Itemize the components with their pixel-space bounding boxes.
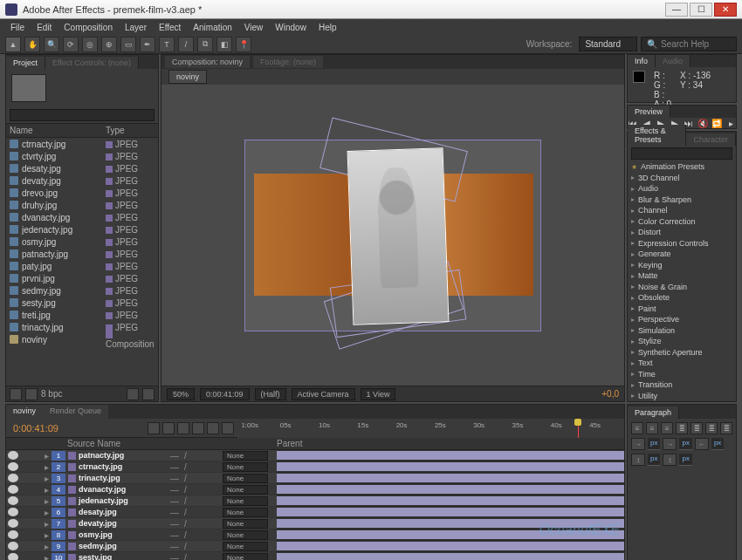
parent-dropdown[interactable]: None	[223, 530, 268, 540]
exposure-value[interactable]: +0,0	[601, 389, 619, 399]
tl-icon[interactable]	[177, 422, 189, 434]
effect-category[interactable]: Distort	[628, 227, 736, 238]
effect-category[interactable]: Matte	[628, 270, 736, 282]
folder-button[interactable]	[25, 388, 38, 400]
camera-tool[interactable]: ◎	[82, 37, 98, 52]
effect-category[interactable]: Stylize	[628, 336, 736, 347]
col-type[interactable]: Type	[106, 126, 155, 135]
bpc-label[interactable]: 8 bpc	[41, 389, 62, 399]
comp-breadcrumb[interactable]: noviny	[168, 70, 207, 84]
parent-dropdown[interactable]: None	[223, 451, 268, 461]
close-button[interactable]: ✕	[714, 3, 737, 17]
menu-composition[interactable]: Composition	[58, 21, 118, 34]
project-item[interactable]: patnacty.jpgJPEG	[6, 248, 158, 260]
space-after-field[interactable]: px	[679, 454, 691, 466]
pan-behind-tool[interactable]: ⊕	[101, 37, 117, 52]
project-item[interactable]: sedmy.jpgJPEG	[6, 284, 158, 297]
parent-dropdown[interactable]: None	[223, 519, 268, 529]
workspace-dropdown[interactable]: Standard	[579, 37, 637, 51]
layer-bar-area[interactable]	[277, 495, 624, 507]
justify-left-button[interactable]: ≣	[676, 422, 688, 434]
layer-bar-area[interactable]	[277, 552, 624, 560]
project-search-input[interactable]	[10, 109, 155, 121]
effect-category[interactable]: Generate	[628, 249, 736, 260]
effect-category[interactable]: Audio	[628, 183, 736, 195]
preview-tab[interactable]: Preview	[628, 106, 670, 118]
footage-tab[interactable]: Footage: (none)	[253, 56, 323, 68]
effect-category[interactable]: 3D Channel	[628, 173, 736, 184]
justify-right-button[interactable]: ≣	[705, 422, 718, 434]
menu-file[interactable]: File	[5, 21, 30, 34]
visibility-toggle[interactable]	[8, 485, 18, 494]
layer-row[interactable]: ▸5jedenacty.jpg—/None	[6, 495, 624, 507]
tl-icon[interactable]	[222, 422, 234, 434]
playhead[interactable]	[578, 419, 579, 438]
puppet-tool[interactable]: 📍	[236, 37, 251, 52]
visibility-toggle[interactable]	[8, 496, 18, 505]
search-help-input[interactable]: 🔍 Search Help	[641, 37, 737, 51]
pen-tool[interactable]: ✒	[140, 37, 155, 52]
project-item[interactable]: prvni.jpgJPEG	[6, 272, 158, 284]
layer-row[interactable]: ▸1patnacty.jpg—/None	[6, 450, 624, 461]
ram-preview-button[interactable]: ▸	[725, 118, 736, 128]
visibility-toggle[interactable]	[8, 553, 18, 560]
project-item[interactable]: jedenacty.jpgJPEG	[6, 223, 158, 236]
tl-icon[interactable]	[162, 422, 175, 434]
visibility-toggle[interactable]	[8, 462, 18, 471]
parent-dropdown[interactable]: None	[223, 496, 268, 506]
info-tab[interactable]: Info	[628, 55, 656, 67]
comp-viewer[interactable]	[161, 85, 624, 386]
layer-bar-area[interactable]	[277, 507, 624, 518]
menu-view[interactable]: View	[239, 21, 269, 34]
project-item[interactable]: druhy.jpgJPEG	[6, 199, 158, 211]
res-dropdown[interactable]: (Half)	[255, 388, 286, 400]
project-tab[interactable]: Project	[6, 57, 45, 69]
zoom-tool[interactable]: 🔍	[44, 37, 59, 52]
visibility-toggle[interactable]	[8, 508, 18, 516]
camera-dropdown[interactable]: Active Camera	[292, 388, 355, 400]
menu-layer[interactable]: Layer	[120, 21, 152, 34]
clone-tool[interactable]: ⧉	[197, 37, 213, 52]
project-item[interactable]: ctrnacty.jpgJPEG	[6, 138, 158, 150]
layer-bar[interactable]	[277, 451, 624, 460]
indent-right-field[interactable]: px	[711, 438, 724, 450]
new-comp-button[interactable]	[127, 388, 139, 400]
minimize-button[interactable]: —	[665, 3, 688, 17]
tl-icon[interactable]	[207, 422, 219, 434]
tl-icon[interactable]	[148, 422, 160, 434]
project-item[interactable]: sesty.jpgJPEG	[6, 297, 158, 309]
effect-category[interactable]: Utility	[628, 391, 736, 402]
align-center-button[interactable]: ≡	[646, 422, 658, 434]
space-before-field[interactable]: px	[648, 454, 660, 466]
effect-category[interactable]: Obsolete	[628, 292, 736, 304]
loop-button[interactable]: 🔁	[711, 118, 722, 128]
eraser-tool[interactable]: ◧	[216, 37, 232, 52]
parent-dropdown[interactable]: None	[223, 474, 268, 483]
parent-dropdown[interactable]: None	[223, 485, 268, 495]
col-name[interactable]: Name	[10, 126, 106, 135]
menu-window[interactable]: Window	[270, 21, 312, 34]
parent-dropdown[interactable]: None	[223, 462, 268, 472]
effect-category[interactable]: Animation Presets	[628, 161, 736, 173]
justify-center-button[interactable]: ≣	[690, 422, 703, 434]
project-item[interactable]: paty.jpgJPEG	[6, 260, 158, 272]
effect-category[interactable]: Perspective	[628, 314, 736, 325]
layer-bar-area[interactable]	[277, 450, 624, 461]
effect-category[interactable]: Synthetic Aperture	[628, 347, 736, 359]
layer-list[interactable]: ▸1patnacty.jpg—/None▸2ctrnacty.jpg—/None…	[6, 450, 624, 560]
project-item[interactable]: drevo.jpgJPEG	[6, 187, 158, 199]
mute-button[interactable]: 🔇	[697, 118, 708, 128]
align-left-button[interactable]: ≡	[631, 422, 643, 434]
hand-tool[interactable]: ✋	[24, 37, 40, 52]
timecode-display[interactable]: 0:00:41:09	[200, 388, 250, 400]
parent-dropdown[interactable]: None	[223, 508, 268, 517]
rotate-tool[interactable]: ⟳	[63, 37, 79, 52]
layer-row[interactable]: ▸2ctrnacty.jpg—/None	[6, 461, 624, 473]
layer-bar[interactable]	[277, 553, 624, 560]
align-right-button[interactable]: ≡	[661, 422, 673, 434]
layer-row[interactable]: ▸3trinacty.jpg—/None	[6, 473, 624, 484]
effect-category[interactable]: Color Correction	[628, 216, 736, 228]
effect-category[interactable]: Expression Controls	[628, 238, 736, 249]
comp-tab[interactable]: Composition: noviny	[165, 56, 250, 68]
zoom-dropdown[interactable]: 50%	[167, 388, 195, 400]
